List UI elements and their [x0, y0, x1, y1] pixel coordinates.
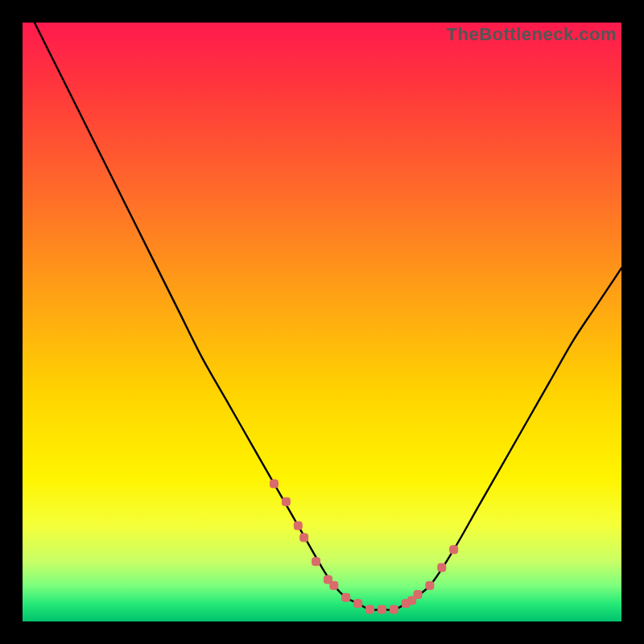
- chart-frame: TheBottleneck.com: [14, 14, 630, 630]
- sample-dot: [294, 522, 302, 530]
- sample-dot: [282, 497, 290, 506]
- sample-dot: [426, 581, 434, 589]
- sample-dot: [378, 605, 386, 613]
- bottleneck-curve: [35, 23, 621, 610]
- sample-dot: [366, 605, 374, 613]
- sample-dot: [342, 593, 350, 601]
- sample-dot: [450, 546, 458, 554]
- sample-dot: [330, 581, 338, 589]
- sample-dot: [354, 600, 362, 608]
- sample-dot: [270, 480, 278, 488]
- chart-svg: [23, 23, 621, 621]
- sample-dot: [414, 591, 422, 599]
- sample-dots-group: [270, 480, 457, 613]
- sample-dot: [312, 558, 320, 566]
- sample-dot: [390, 605, 398, 613]
- sample-dot: [438, 564, 446, 572]
- chart-plot-area: TheBottleneck.com: [23, 23, 621, 621]
- sample-dot: [300, 534, 308, 542]
